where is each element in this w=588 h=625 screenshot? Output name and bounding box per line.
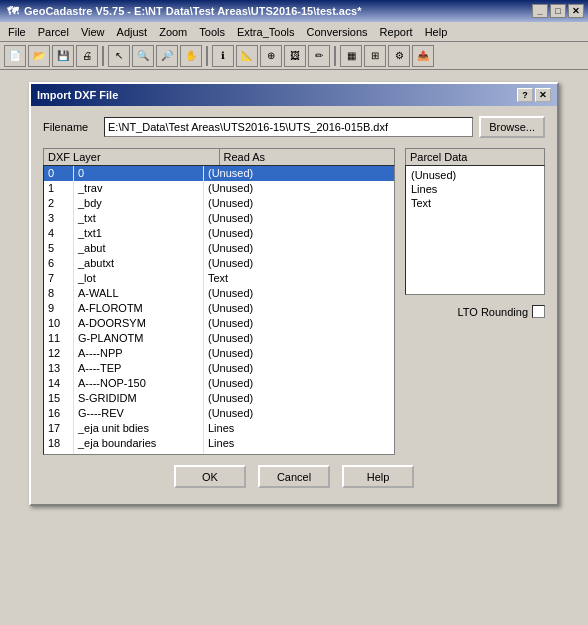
dialog-help-button[interactable]: ? (517, 88, 533, 102)
layer-num: 10 (44, 316, 74, 331)
grid-button[interactable]: ▦ (340, 45, 362, 67)
browse-button[interactable]: Browse... (479, 116, 545, 138)
layer-list-item[interactable]: 11 G-PLANOTM (Unused) (44, 331, 394, 346)
settings-button[interactable]: ⚙ (388, 45, 410, 67)
info-button[interactable]: ℹ (212, 45, 234, 67)
layer-list-item[interactable]: 18 _eja boundaries Lines (44, 436, 394, 451)
layer-list-item[interactable]: 12 A----NPP (Unused) (44, 346, 394, 361)
layer-num: 6 (44, 256, 74, 271)
menu-help[interactable]: Help (419, 24, 454, 40)
left-panel: DXF Layer Read As 0 0 (Unused) 1 _trav (… (43, 148, 395, 455)
menu-adjust[interactable]: Adjust (111, 24, 154, 40)
layer-num: 16 (44, 406, 74, 421)
menu-file[interactable]: File (2, 24, 32, 40)
lto-checkbox[interactable] (532, 305, 545, 318)
parcel-data-list[interactable]: (Unused)LinesText (405, 165, 545, 295)
layer-name: _abutxt (74, 256, 204, 271)
layer-read-as: (Unused) (204, 256, 294, 271)
menu-parcel[interactable]: Parcel (32, 24, 75, 40)
layer-list-item[interactable]: 16 G----REV (Unused) (44, 406, 394, 421)
layer-name: A-DOORSYM (74, 316, 204, 331)
parcel-data-item[interactable]: Text (408, 196, 542, 210)
menu-view[interactable]: View (75, 24, 111, 40)
toolbar-separator-3 (334, 46, 336, 66)
lto-rounding-row: LTO Rounding (405, 305, 545, 318)
layer-num: 12 (44, 346, 74, 361)
menu-zoom[interactable]: Zoom (153, 24, 193, 40)
open-button[interactable]: 📂 (28, 45, 50, 67)
left-panel-header: DXF Layer Read As (43, 148, 395, 165)
layer-num: 19 (44, 451, 74, 455)
pan-button[interactable]: ✋ (180, 45, 202, 67)
layer-num: 7 (44, 271, 74, 286)
layer-num: 0 (44, 166, 74, 181)
lto-label: LTO Rounding (457, 306, 528, 318)
layer-read-as: (Unused) (204, 286, 294, 301)
layer-list-item[interactable]: 7 _lot Text (44, 271, 394, 286)
snap-button[interactable]: ⊕ (260, 45, 282, 67)
measure-button[interactable]: 📐 (236, 45, 258, 67)
layer-list-item[interactable]: 15 S-GRIDIDM (Unused) (44, 391, 394, 406)
maximize-button[interactable]: □ (550, 4, 566, 18)
parcel-data-col-header: Parcel Data (406, 149, 544, 165)
layer-list-item[interactable]: 4 _txt1 (Unused) (44, 226, 394, 241)
layer-list-item[interactable]: 10 A-DOORSYM (Unused) (44, 316, 394, 331)
cancel-button[interactable]: Cancel (258, 465, 330, 488)
zoom-out-button[interactable]: 🔎 (156, 45, 178, 67)
layer-read-as: (Unused) (204, 196, 294, 211)
close-button[interactable]: ✕ (568, 4, 584, 18)
menu-conversions[interactable]: Conversions (300, 24, 373, 40)
layer-list-item[interactable]: 2 _bdy (Unused) (44, 196, 394, 211)
ok-button[interactable]: OK (174, 465, 246, 488)
layer-list-item[interactable]: 8 A-WALL (Unused) (44, 286, 394, 301)
zoom-in-button[interactable]: 🔍 (132, 45, 154, 67)
dialog-close-button[interactable]: ✕ (535, 88, 551, 102)
menu-tools[interactable]: Tools (193, 24, 231, 40)
layer-list-item[interactable]: 6 _abutxt (Unused) (44, 256, 394, 271)
layer-num: 15 (44, 391, 74, 406)
parcel-data-item[interactable]: (Unused) (408, 168, 542, 182)
export-button[interactable]: 📤 (412, 45, 434, 67)
layer-read-as: (Unused) (204, 361, 294, 376)
layer-list-item[interactable]: 5 _abut (Unused) (44, 241, 394, 256)
edit-button[interactable]: ✏ (308, 45, 330, 67)
layer-name: G-PLANOTM (74, 331, 204, 346)
layer-list-item[interactable]: 19 LOT NUMBER (Unused) (44, 451, 394, 455)
layer-list-item[interactable]: 0 0 (Unused) (44, 166, 394, 181)
print-button[interactable]: 🖨 (76, 45, 98, 67)
layer-list-item[interactable]: 3 _txt (Unused) (44, 211, 394, 226)
main-area: Import DXF File ? ✕ Filename Browse... D… (0, 70, 588, 625)
layer-num: 18 (44, 436, 74, 451)
menu-report[interactable]: Report (374, 24, 419, 40)
layer-read-as: (Unused) (204, 226, 294, 241)
parcel-data-item[interactable]: Lines (408, 182, 542, 196)
layer-list-item[interactable]: 17 _eja unit bdies Lines (44, 421, 394, 436)
dialog-title: Import DXF File (37, 89, 517, 101)
layer-name: _abut (74, 241, 204, 256)
layer-read-as: (Unused) (204, 391, 294, 406)
layer-list-item[interactable]: 14 A----NOP-150 (Unused) (44, 376, 394, 391)
layer-read-as: (Unused) (204, 301, 294, 316)
layer-list-item[interactable]: 1 _trav (Unused) (44, 181, 394, 196)
layer-list-item[interactable]: 9 A-FLOROTM (Unused) (44, 301, 394, 316)
new-button[interactable]: 📄 (4, 45, 26, 67)
layer-name: A-WALL (74, 286, 204, 301)
layer-name: S-GRIDIDM (74, 391, 204, 406)
menu-extra-tools[interactable]: Extra_Tools (231, 24, 300, 40)
help-action-button[interactable]: Help (342, 465, 414, 488)
pointer-button[interactable]: ↖ (108, 45, 130, 67)
filename-input[interactable] (104, 117, 473, 137)
layer-list-item[interactable]: 13 A----TEP (Unused) (44, 361, 394, 376)
layer-read-as: (Unused) (204, 376, 294, 391)
filename-row: Filename Browse... (43, 116, 545, 138)
image-button[interactable]: 🖼 (284, 45, 306, 67)
layer-list[interactable]: 0 0 (Unused) 1 _trav (Unused) 2 _bdy (Un… (43, 165, 395, 455)
title-bar: 🗺 GeoCadastre V5.75 - E:\NT Data\Test Ar… (0, 0, 588, 22)
dialog-content: Filename Browse... DXF Layer Read As (31, 106, 557, 504)
minimize-button[interactable]: _ (532, 4, 548, 18)
layer-num: 9 (44, 301, 74, 316)
app-icon: 🗺 (4, 3, 20, 19)
save-button[interactable]: 💾 (52, 45, 74, 67)
layer-name: A----NOP-150 (74, 376, 204, 391)
layer-button[interactable]: ⊞ (364, 45, 386, 67)
